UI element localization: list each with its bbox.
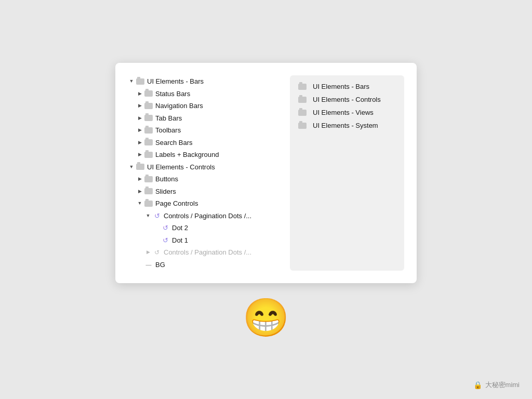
- component-icon-dot2: ↺: [161, 224, 169, 232]
- tree-root-bars-label: UI Elements - Bars: [147, 76, 204, 87]
- tree-item-labels-bg-label: Labels + Background: [155, 150, 219, 160]
- tree-item-navigation-bars-label: Navigation Bars: [155, 101, 203, 111]
- dash-icon-bg: —: [144, 260, 153, 269]
- watermark-text: 大秘密mimi: [485, 380, 520, 390]
- tree-item-tab-bars[interactable]: Tab Bars: [128, 112, 285, 125]
- arrow-sliders: [136, 188, 143, 195]
- arrow-pagination-open: [144, 212, 152, 219]
- tree-item-page-controls-label: Page Controls: [155, 198, 198, 209]
- emoji-section: 😁: [243, 299, 289, 336]
- tree-item-labels-bg[interactable]: Labels + Background: [128, 149, 285, 161]
- arrow-controls: [128, 163, 135, 170]
- right-panel-item-views-label: UI Elements - Views: [313, 109, 374, 116]
- left-panel: UI Elements - Bars Status Bars Navigatio…: [128, 75, 285, 271]
- tree-item-pagination-dots-open[interactable]: ↺ Controls / Pagination Dots /...: [128, 210, 285, 222]
- tree-item-search-bars-label-text: Search Bars: [155, 138, 193, 148]
- folder-icon-right-bars: [298, 84, 307, 90]
- component-icon-pagination-closed: ↺: [153, 248, 161, 257]
- folder-icon-page-controls: [144, 201, 153, 207]
- folder-icon-search-bars: [144, 139, 153, 145]
- tree-item-dot-1[interactable]: ↺ Dot 1: [128, 234, 285, 247]
- folder-icon-labels-bg: [144, 152, 153, 158]
- right-panel-item-bars[interactable]: UI Elements - Bars: [298, 83, 396, 90]
- right-panel-item-views[interactable]: UI Elements - Views: [298, 109, 396, 116]
- folder-icon-right-controls: [298, 97, 307, 103]
- component-icon-pagination-open: ↺: [153, 211, 161, 220]
- right-panel-item-controls-label: UI Elements - Controls: [313, 96, 381, 103]
- tree-item-status-bars[interactable]: Status Bars: [128, 88, 285, 100]
- folder-icon-navigation-bars: [144, 103, 153, 109]
- folder-icon-toolbars: [144, 127, 153, 134]
- tree-item-pagination-dots-closed-label: Controls / Pagination Dots /...: [164, 247, 251, 258]
- folder-icon-tab-bars: [144, 115, 153, 121]
- component-icon-dot1: ↺: [161, 236, 169, 244]
- tree-item-buttons[interactable]: Buttons: [128, 173, 285, 185]
- arrow-status-bars: [136, 90, 143, 97]
- arrow-search-bars: [136, 139, 143, 146]
- tree-item-bg[interactable]: — BG: [128, 259, 285, 271]
- watermark: 🔒 大秘密mimi: [473, 380, 520, 390]
- tree-item-bg-label: BG: [155, 260, 165, 270]
- tree-item-dot2-label: Dot 2: [172, 223, 188, 233]
- tree-item-dot-2[interactable]: ↺ Dot 2: [128, 222, 285, 234]
- folder-icon-sliders: [144, 188, 153, 194]
- tree-item-tab-bars-label: Tab Bars: [155, 113, 182, 124]
- right-panel-item-system[interactable]: UI Elements - System: [298, 122, 396, 129]
- arrow-navigation-bars: [136, 102, 143, 110]
- right-panel-item-controls[interactable]: UI Elements - Controls: [298, 96, 396, 103]
- emoji: 😁: [243, 299, 289, 336]
- arrow-bars: [128, 78, 135, 85]
- folder-icon-status-bars: [144, 90, 153, 97]
- tree-item-navigation-bars[interactable]: Navigation Bars: [128, 100, 285, 112]
- right-panel: UI Elements - Bars UI Elements - Control…: [290, 75, 404, 271]
- tree-root-controls[interactable]: UI Elements - Controls: [128, 161, 285, 174]
- tree-item-search-bars[interactable]: Search Bars: [128, 137, 285, 149]
- folder-icon-controls: [136, 164, 144, 170]
- right-panel-item-bars-label: UI Elements - Bars: [313, 83, 369, 90]
- arrow-tab-bars: [136, 114, 143, 122]
- arrow-toolbars: [136, 127, 143, 134]
- tree-item-pagination-dots-open-label: Controls / Pagination Dots /...: [164, 211, 251, 221]
- arrow-buttons: [136, 176, 143, 183]
- folder-icon-right-system: [298, 123, 307, 129]
- folder-icon-bars: [136, 78, 144, 85]
- watermark-icon: 🔒: [473, 381, 482, 389]
- tree-item-status-bars-label: Status Bars: [155, 89, 190, 99]
- right-panel-item-system-label: UI Elements - System: [313, 122, 378, 129]
- tree-item-buttons-label: Buttons: [155, 174, 178, 184]
- folder-icon-right-views: [298, 110, 307, 116]
- tree-root-controls-label: UI Elements - Controls: [147, 162, 215, 172]
- tree-item-sliders[interactable]: Sliders: [128, 185, 285, 198]
- tree-item-sliders-label: Sliders: [155, 187, 176, 197]
- tree-item-toolbars[interactable]: Toolbars: [128, 124, 285, 137]
- tree-item-page-controls[interactable]: Page Controls: [128, 197, 285, 210]
- tree-item-pagination-dots-closed[interactable]: ↺ Controls / Pagination Dots /...: [128, 246, 285, 259]
- main-card: UI Elements - Bars Status Bars Navigatio…: [115, 63, 417, 283]
- tree-item-toolbars-label: Toolbars: [155, 125, 181, 136]
- tree-root-bars[interactable]: UI Elements - Bars: [128, 75, 285, 88]
- folder-icon-buttons: [144, 176, 153, 182]
- arrow-pagination-closed: [144, 249, 152, 256]
- arrow-labels-bg: [136, 151, 143, 158]
- tree-item-dot1-label: Dot 1: [172, 235, 188, 246]
- arrow-page-controls: [136, 200, 143, 207]
